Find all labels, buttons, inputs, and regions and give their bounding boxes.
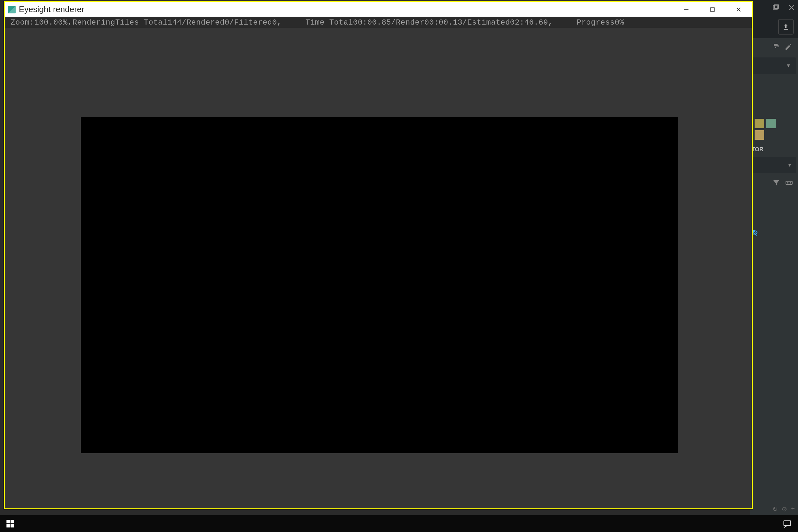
svg-rect-6	[6, 520, 10, 524]
bg-dropdown-2[interactable]: ▾	[752, 157, 796, 173]
background-app-panel: ▼ TOR ▾ ↻ ⊘ +	[750, 0, 798, 532]
color-swatches-2	[750, 130, 798, 142]
bg-bottom-icons: ↻ ⊘ +	[773, 505, 795, 513]
chevron-down-icon: ▼	[786, 63, 791, 69]
windows-taskbar	[0, 515, 798, 532]
zoom-label: Zoom:	[11, 18, 35, 27]
window-title: Eyesight renderer	[19, 4, 673, 14]
bg-view-tools	[750, 175, 798, 191]
color-swatches	[750, 114, 798, 130]
svg-rect-8	[6, 524, 10, 528]
tiles-label: Tiles Total	[115, 18, 168, 27]
add-icon[interactable]: +	[791, 505, 795, 513]
svg-point-3	[787, 182, 788, 184]
edit-pencil-icon[interactable]	[784, 43, 792, 51]
bg-dropdown-1[interactable]: ▼	[752, 57, 796, 74]
swatch-1[interactable]	[755, 119, 764, 128]
render-viewport[interactable]	[5, 28, 752, 508]
maximize-button[interactable]	[699, 2, 725, 17]
visibility-eye-icon[interactable]	[750, 191, 798, 236]
bg-section-label: TOR	[750, 142, 798, 155]
swatch-2[interactable]	[766, 119, 776, 128]
tiles-total: 144	[168, 18, 182, 27]
svg-rect-5	[710, 8, 715, 12]
chevron-down-icon: ▾	[788, 162, 791, 168]
upload-button[interactable]	[778, 19, 794, 35]
refresh-icon[interactable]: ↻	[773, 505, 778, 513]
bg-tool-row-1	[750, 38, 798, 56]
windows-start-button[interactable]	[3, 517, 17, 531]
taskbar-tray	[783, 519, 795, 528]
zoom-value: 100.00%	[35, 18, 68, 27]
bg-titlebar	[750, 0, 798, 15]
svg-point-4	[790, 182, 791, 184]
render-output-frame	[81, 117, 678, 453]
svg-rect-9	[11, 524, 14, 528]
time-total: 00:00.85	[353, 18, 391, 27]
bg-maximize-icon[interactable]	[773, 4, 779, 11]
progress-value: 0%	[615, 18, 624, 27]
tiles-rendered: 0	[225, 18, 229, 27]
estimated-label: Estimated	[467, 18, 510, 27]
tiles-filtered-label: Filtered	[234, 18, 272, 27]
paint-roller-icon[interactable]	[773, 43, 780, 51]
render-time: 00:00.13	[424, 18, 462, 27]
notification-chat-icon[interactable]	[783, 519, 792, 528]
svg-rect-7	[11, 520, 14, 524]
filter-icon[interactable]	[773, 179, 780, 187]
progress-label: Progress	[576, 18, 614, 27]
render-label: Render	[396, 18, 424, 27]
bg-close-icon[interactable]	[788, 4, 795, 11]
swatch-3[interactable]	[755, 130, 764, 140]
window-controls	[673, 2, 752, 17]
status-bar: Zoom:100.00%,Rendering Tiles Total 144/R…	[5, 17, 752, 28]
titlebar[interactable]: Eyesight renderer	[5, 2, 752, 17]
tiles-filtered: 0	[272, 18, 277, 27]
tiles-rendered-label: Rendered	[186, 18, 224, 27]
render-state: Rendering	[73, 18, 115, 27]
svg-rect-10	[784, 520, 791, 525]
minimize-button[interactable]	[673, 2, 699, 17]
vr-icon[interactable]	[785, 179, 793, 187]
svg-rect-2	[786, 181, 792, 185]
bg-toolbar	[750, 15, 798, 38]
close-button[interactable]	[725, 2, 752, 17]
app-icon	[8, 6, 16, 14]
eye-off-icon[interactable]: ⊘	[782, 505, 787, 513]
time-label: Time Total	[305, 18, 353, 27]
renderer-window: Eyesight renderer Zoom:100.00%,Rendering…	[4, 1, 753, 509]
estimated-time: 02:46.69	[510, 18, 548, 27]
